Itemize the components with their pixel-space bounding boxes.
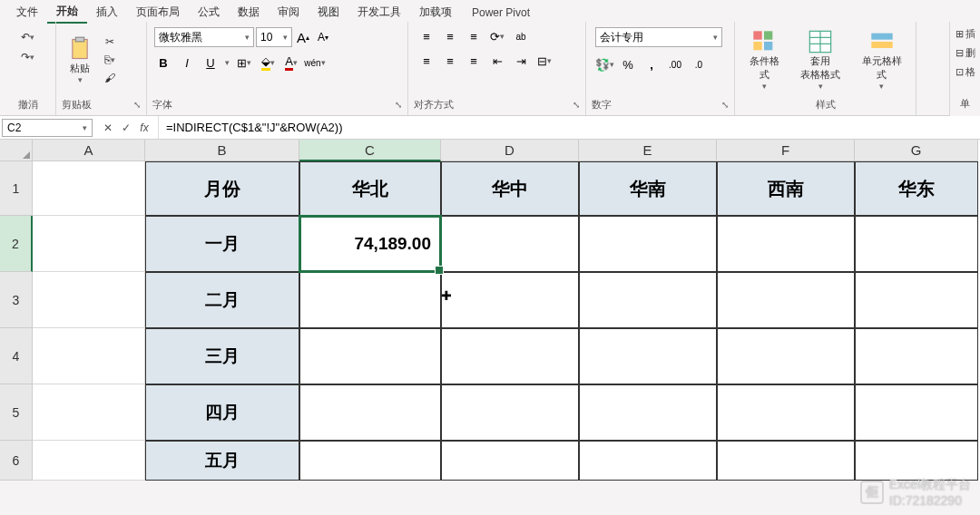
cell-B5[interactable]: 四月 [145, 384, 299, 441]
cell-A3[interactable] [33, 272, 145, 328]
cell-D3[interactable] [441, 272, 579, 328]
cell-D2[interactable] [441, 216, 579, 272]
cell-C1[interactable]: 华北 [299, 161, 441, 216]
comma-button[interactable]: , [642, 55, 661, 73]
align-top-button[interactable]: ≡ [417, 27, 436, 45]
menu-powerpivot[interactable]: Power Pivot [472, 6, 530, 19]
cell-C4[interactable] [299, 328, 441, 384]
indent-inc-button[interactable]: ⇥ [512, 52, 530, 70]
merge-button[interactable]: ⊟▾ [535, 52, 554, 70]
menu-insert[interactable]: 插入 [87, 2, 127, 23]
cell-D4[interactable] [441, 328, 579, 384]
cell-A6[interactable] [33, 441, 145, 481]
col-header-A[interactable]: A [33, 140, 145, 161]
bold-button[interactable]: B [154, 53, 172, 72]
menu-formula[interactable]: 公式 [189, 2, 229, 23]
align-right-button[interactable]: ≡ [465, 52, 483, 70]
menu-file[interactable]: 文件 [7, 2, 47, 23]
cell-F6[interactable] [717, 441, 855, 481]
cell-G4[interactable] [855, 328, 978, 384]
pinyin-button[interactable]: wén▾ [306, 53, 324, 72]
percent-button[interactable]: % [619, 55, 637, 73]
cell-G1[interactable]: 华东 [855, 161, 978, 216]
fill-color-button[interactable]: ⬙▾ [259, 53, 277, 72]
align-launcher[interactable]: ⤡ [565, 100, 580, 110]
fx-button[interactable]: fx [136, 120, 152, 136]
cell-F4[interactable] [717, 328, 855, 384]
cell-B6[interactable]: 五月 [145, 441, 299, 481]
wrap-text-button[interactable]: ab [512, 27, 530, 45]
col-header-G[interactable]: G [855, 140, 978, 161]
align-middle-button[interactable]: ≡ [441, 27, 459, 45]
menu-review[interactable]: 审阅 [269, 2, 309, 23]
col-header-B[interactable]: B [145, 140, 299, 161]
row-header-2[interactable]: 2 [0, 216, 33, 272]
insert-cells-button[interactable]: ⊞ 插 [956, 27, 975, 41]
row-header-3[interactable]: 3 [0, 272, 33, 328]
indent-dec-button[interactable]: ⇤ [488, 52, 506, 70]
cell-E3[interactable] [579, 272, 717, 328]
cell-C5[interactable] [299, 384, 441, 441]
cell-D1[interactable]: 华中 [441, 161, 579, 216]
cell-B3[interactable]: 二月 [145, 272, 299, 328]
cell-F2[interactable] [717, 216, 855, 272]
cell-G2[interactable] [855, 216, 978, 272]
copy-button[interactable]: ⎘▾ [101, 52, 119, 68]
menu-home[interactable]: 开始 [47, 1, 87, 24]
col-header-E[interactable]: E [579, 140, 717, 161]
font-name-select[interactable]: 微软雅黑▾ [154, 27, 254, 47]
cell-C6[interactable] [299, 441, 441, 481]
name-box[interactable]: C2▾ [2, 119, 93, 137]
underline-button[interactable]: U [201, 53, 220, 72]
italic-button[interactable]: I [178, 53, 196, 72]
cell-D6[interactable] [441, 441, 579, 481]
font-launcher[interactable]: ⤡ [387, 100, 402, 110]
paste-button[interactable]: 粘贴▾ [62, 33, 98, 88]
row-header-1[interactable]: 1 [0, 161, 33, 216]
row-header-4[interactable]: 4 [0, 328, 33, 384]
cell-E1[interactable]: 华南 [579, 161, 717, 216]
menu-addin[interactable]: 加载项 [410, 2, 461, 23]
format-cells-button[interactable]: ⊡ 格 [956, 65, 975, 79]
cell-A5[interactable] [33, 384, 145, 441]
menu-view[interactable]: 视图 [309, 2, 348, 23]
number-launcher[interactable]: ⤡ [714, 100, 729, 110]
menu-dev[interactable]: 开发工具 [348, 2, 410, 23]
cell-B1[interactable]: 月份 [145, 161, 299, 216]
cell-C2[interactable]: 74,189.00 [299, 216, 441, 272]
decrease-font-button[interactable]: A▾ [314, 28, 332, 46]
cell-F3[interactable] [717, 272, 855, 328]
align-center-button[interactable]: ≡ [441, 52, 459, 70]
col-header-D[interactable]: D [441, 140, 579, 161]
border-button[interactable]: ⊞▾ [235, 53, 253, 72]
cell-E6[interactable] [579, 441, 717, 481]
cell-B4[interactable]: 三月 [145, 328, 299, 384]
cell-G5[interactable] [855, 384, 978, 441]
col-header-C[interactable]: C [299, 140, 441, 161]
cell-E5[interactable] [579, 384, 717, 441]
cell-styles-button[interactable]: 单元格样式▾ [853, 25, 910, 94]
format-as-table-button[interactable]: 套用 表格格式▾ [795, 25, 846, 94]
cell-C3[interactable] [299, 272, 441, 328]
menu-data[interactable]: 数据 [229, 2, 269, 23]
cell-E2[interactable] [579, 216, 717, 272]
col-header-F[interactable]: F [717, 140, 855, 161]
undo-button[interactable]: ↶ ▾ [17, 29, 38, 45]
cell-B2[interactable]: 一月 [145, 216, 299, 272]
increase-font-button[interactable]: A▴ [294, 28, 312, 46]
align-left-button[interactable]: ≡ [417, 52, 436, 70]
cell-D5[interactable] [441, 384, 579, 441]
cell-A2[interactable] [33, 216, 145, 272]
increase-decimal-button[interactable]: .00 [666, 55, 684, 73]
cut-button[interactable]: ✂ [102, 34, 118, 50]
apply-formula-button[interactable]: ✓ [118, 120, 134, 136]
format-painter-button[interactable]: 🖌 [101, 70, 119, 86]
cell-A1[interactable] [33, 161, 145, 216]
number-format-select[interactable]: 会计专用▾ [595, 27, 722, 47]
cell-F5[interactable] [717, 384, 855, 441]
select-all-corner[interactable] [0, 140, 33, 161]
decrease-decimal-button[interactable]: .0 [690, 55, 708, 73]
redo-button[interactable]: ↷ ▾ [17, 49, 38, 65]
row-header-6[interactable]: 6 [0, 441, 33, 481]
cancel-formula-button[interactable]: ✕ [100, 120, 116, 136]
